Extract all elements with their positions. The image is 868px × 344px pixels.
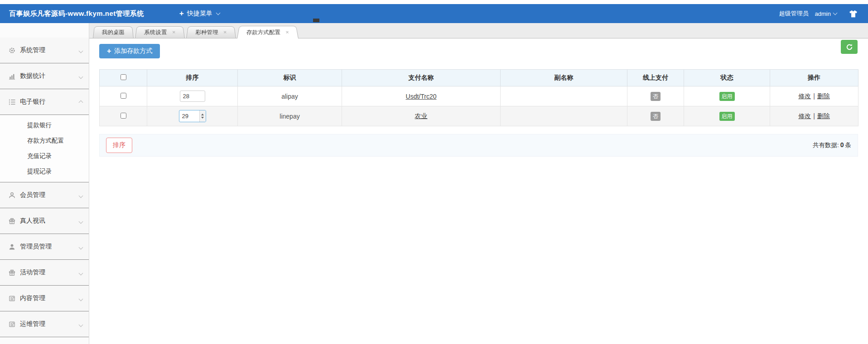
col-header-code: 标识 — [238, 70, 342, 86]
chevron-down-icon — [79, 49, 83, 53]
sub-name-cell — [501, 86, 627, 106]
chevron-down-icon — [79, 297, 83, 301]
refresh-icon — [846, 43, 853, 51]
row-checkbox[interactable] — [121, 113, 126, 119]
chevron-down-icon — [79, 75, 83, 79]
tab-label: 存款方式配置 — [246, 29, 281, 36]
select-all-checkbox[interactable] — [121, 74, 126, 80]
sub-name-cell — [501, 106, 627, 126]
table-row: 29 linepay 农业 否 启用 修改|删除 — [100, 106, 858, 126]
add-button-label: 添加存款方式 — [114, 47, 152, 55]
plus-icon: + — [107, 47, 111, 55]
tab-bar: 我的桌面 系统设置 × 彩种管理 × 存款方式配置 × — [89, 23, 868, 38]
sidebar-item-recharge-records[interactable]: 充值记录 — [0, 148, 89, 164]
total-label: 共有数据: — [813, 142, 839, 148]
sidebar-item-ops[interactable]: 运维管理 — [0, 311, 89, 337]
tab-lottery-management[interactable]: 彩种管理 × — [186, 26, 236, 38]
sidebar: 系统管理 数据统计 电子银行 提款银行 存款方式配置 充值记录 提现记录 会员管… — [0, 23, 89, 344]
col-header-actions: 操作 — [770, 70, 858, 86]
total-unit: 条 — [845, 142, 852, 148]
sidebar-submenu-ebank: 提款银行 存款方式配置 充值记录 提现记录 — [0, 115, 89, 182]
status-badge[interactable]: 启用 — [719, 112, 735, 121]
sidebar-item-activities[interactable]: 活动管理 — [0, 260, 89, 286]
sidebar-item-deposit-config[interactable]: 存款方式配置 — [0, 133, 89, 148]
gift-icon — [8, 269, 16, 276]
chevron-up-icon — [79, 100, 83, 105]
sidebar-item-admins[interactable]: 管理员管理 — [0, 234, 89, 260]
sidebar-item-content[interactable]: 内容管理 — [0, 286, 89, 311]
pay-name-link[interactable]: 农业 — [415, 112, 428, 119]
online-pay-badge[interactable]: 否 — [651, 112, 661, 121]
sidebar-item-ebank[interactable]: 电子银行 — [0, 89, 89, 115]
app-title: 百事娱乐凡客源码-www.fkym.net管理系统 — [9, 10, 144, 18]
close-icon[interactable]: × — [223, 29, 227, 35]
col-header-sort: 排序 — [147, 70, 238, 86]
tab-label: 系统设置 — [144, 29, 167, 36]
sidebar-item-statistics[interactable]: 数据统计 — [0, 63, 89, 89]
toolbar: + 添加存款方式 — [89, 38, 868, 59]
sort-order-input[interactable] — [180, 91, 205, 102]
sidebar-item-live-video[interactable]: 真人视讯 — [0, 208, 89, 234]
close-icon[interactable]: × — [172, 29, 176, 35]
sidebar-item-withdraw-bank[interactable]: 提款银行 — [0, 118, 89, 133]
user-role-label: 超级管理员 — [779, 10, 809, 18]
tab-label: 彩种管理 — [195, 29, 218, 36]
render-artifact — [313, 19, 319, 22]
stepper-value: 29 — [179, 110, 199, 122]
pay-name-link[interactable]: Usdt/Trc20 — [406, 93, 437, 100]
apply-sort-button[interactable]: 排序 — [106, 138, 132, 153]
footer-bar: 排序 共有数据:0条 — [99, 134, 858, 157]
col-header-pay-name: 支付名称 — [342, 70, 501, 86]
chevron-down-icon — [216, 11, 220, 15]
col-header-online: 线上支付 — [627, 70, 684, 86]
plus-icon: + — [179, 9, 184, 18]
edit-link[interactable]: 修改 — [798, 92, 811, 100]
quick-menu-label: 快捷菜单 — [187, 10, 212, 18]
refresh-button[interactable] — [841, 40, 858, 54]
sidebar-item-system[interactable]: 系统管理 — [0, 38, 89, 63]
chevron-down-icon — [79, 194, 83, 198]
chevron-down-icon — [833, 11, 838, 15]
chevron-down-icon — [79, 271, 83, 276]
code-cell: alipay — [238, 86, 342, 106]
username-menu[interactable]: admin — [815, 10, 831, 17]
total-value: 0 — [840, 141, 844, 148]
deposit-methods-table: 排序 标识 支付名称 副名称 线上支付 状态 操作 alipay Usdt/Tr… — [99, 69, 858, 126]
sidebar-item-label: 电子银行 — [20, 98, 45, 106]
sidebar-item-label: 会员管理 — [20, 191, 45, 199]
theme-tshirt-icon[interactable] — [849, 10, 858, 18]
delete-link[interactable]: 删除 — [817, 112, 830, 119]
tab-my-desktop[interactable]: 我的桌面 — [93, 26, 134, 38]
tab-system-settings[interactable]: 系统设置 × — [135, 26, 185, 38]
ordered-list-icon — [8, 99, 16, 105]
sidebar-item-label: 活动管理 — [20, 268, 45, 277]
gift-icon — [8, 218, 16, 225]
col-header-status: 状态 — [684, 70, 770, 86]
main-content: 我的桌面 系统设置 × 彩种管理 × 存款方式配置 × + 添加存款方式 — [89, 23, 868, 344]
add-deposit-method-button[interactable]: + 添加存款方式 — [99, 44, 160, 58]
gear-icon — [8, 47, 16, 54]
table-row: alipay Usdt/Trc20 否 启用 修改|删除 — [100, 86, 858, 106]
close-icon[interactable]: × — [285, 29, 289, 35]
sidebar-item-label: 运维管理 — [20, 320, 45, 328]
quick-menu-button[interactable]: + 快捷菜单 — [179, 9, 220, 18]
status-badge[interactable]: 启用 — [719, 92, 735, 101]
sidebar-item-members[interactable]: 会员管理 — [0, 182, 89, 208]
online-pay-badge[interactable]: 否 — [651, 92, 661, 101]
stepper-arrows-icon[interactable] — [199, 110, 206, 122]
table-header-row: 排序 标识 支付名称 副名称 线上支付 状态 操作 — [100, 70, 858, 86]
sidebar-item-label: 真人视讯 — [20, 217, 45, 225]
tab-deposit-config[interactable]: 存款方式配置 × — [237, 26, 299, 38]
sort-order-stepper[interactable]: 29 — [179, 110, 206, 122]
top-header-bar: 百事娱乐凡客源码-www.fkym.net管理系统 + 快捷菜单 超级管理员 a… — [0, 4, 868, 23]
sidebar-item-withdraw-records[interactable]: 提现记录 — [0, 164, 89, 179]
row-checkbox[interactable] — [121, 93, 126, 99]
code-cell: linepay — [238, 106, 342, 126]
delete-link[interactable]: 删除 — [817, 92, 830, 100]
separator: | — [813, 92, 815, 100]
edit-link[interactable]: 修改 — [798, 112, 811, 119]
user-filled-icon — [8, 244, 16, 250]
bar-chart-icon — [8, 73, 16, 80]
sidebar-item-label: 系统管理 — [20, 46, 45, 54]
chevron-down-icon — [79, 323, 83, 327]
